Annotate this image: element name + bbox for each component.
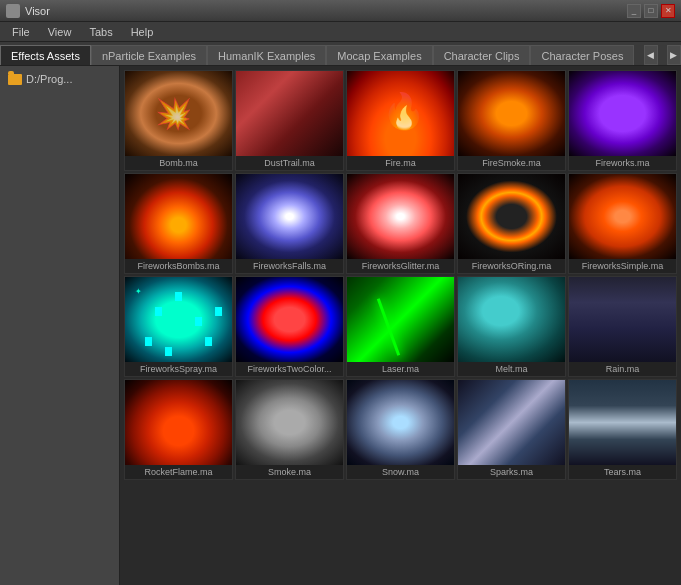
grid-item-smoke[interactable]: Smoke.ma	[235, 379, 344, 480]
grid-item-fire[interactable]: Fire.ma	[346, 70, 455, 171]
thumbnail-fire	[347, 71, 454, 156]
grid-item-tears[interactable]: Tears.ma	[568, 379, 677, 480]
label-fire: Fire.ma	[347, 156, 454, 170]
grid-item-fireworksfalls[interactable]: FireworksFalls.ma	[235, 173, 344, 274]
thumbnail-dusttrail	[236, 71, 343, 156]
thumbnail-tears	[569, 380, 676, 465]
thumbnail-fireworksfalls	[236, 174, 343, 259]
grid-item-sparks[interactable]: Sparks.ma	[457, 379, 566, 480]
thumbnail-smoke	[236, 380, 343, 465]
menu-file[interactable]: File	[4, 24, 38, 40]
grid-item-rocketflame[interactable]: RocketFlame.ma	[124, 379, 233, 480]
window-title: Visor	[25, 5, 50, 17]
minimize-button[interactable]: _	[627, 4, 641, 18]
folder-icon	[8, 74, 22, 85]
thumbnail-fireworkssimple	[569, 174, 676, 259]
main-content: D:/Prog... Bomb.maDustTrail.maFire.maFir…	[0, 66, 681, 585]
thumbnail-rocketflame	[125, 380, 232, 465]
close-button[interactable]: ✕	[661, 4, 675, 18]
thumbnail-rain	[569, 277, 676, 362]
grid-item-fireworksspray[interactable]: FireworksSpray.ma	[124, 276, 233, 377]
label-fireworksbombs: FireworksBombs.ma	[125, 259, 232, 273]
label-snow: Snow.ma	[347, 465, 454, 479]
grid-item-firesmoke[interactable]: FireSmoke.ma	[457, 70, 566, 171]
grid-item-fireworks[interactable]: Fireworks.ma	[568, 70, 677, 171]
label-fireworks: Fireworks.ma	[569, 156, 676, 170]
thumbnail-bomb	[125, 71, 232, 156]
grid-item-laser[interactable]: Laser.ma	[346, 276, 455, 377]
menu-help[interactable]: Help	[123, 24, 162, 40]
title-bar: Visor _ □ ✕	[0, 0, 681, 22]
tab-prev-button[interactable]: ◀	[644, 45, 658, 65]
grid-item-dusttrail[interactable]: DustTrail.ma	[235, 70, 344, 171]
sidebar-folder-item[interactable]: D:/Prog...	[4, 70, 115, 88]
sidebar-item-label: D:/Prog...	[26, 73, 72, 85]
grid-item-melt[interactable]: Melt.ma	[457, 276, 566, 377]
tab-nparticle-examples[interactable]: nParticle Examples	[91, 45, 207, 65]
label-sparks: Sparks.ma	[458, 465, 565, 479]
thumbnail-laser	[347, 277, 454, 362]
tab-next-button[interactable]: ▶	[667, 45, 681, 65]
sidebar: D:/Prog...	[0, 66, 120, 585]
grid-item-fireworksglitter[interactable]: FireworksGlitter.ma	[346, 173, 455, 274]
title-bar-left: Visor	[6, 4, 50, 18]
tab-character-clips[interactable]: Character Clips	[433, 45, 531, 65]
label-fireworksoring: FireworksORing.ma	[458, 259, 565, 273]
menu-view[interactable]: View	[40, 24, 80, 40]
thumbnail-melt	[458, 277, 565, 362]
thumbnail-fireworksoring	[458, 174, 565, 259]
thumbnail-fireworksbombs	[125, 174, 232, 259]
app-icon	[6, 4, 20, 18]
grid-item-fireworksoring[interactable]: FireworksORing.ma	[457, 173, 566, 274]
label-fireworksspray: FireworksSpray.ma	[125, 362, 232, 376]
thumbnail-fireworks	[569, 71, 676, 156]
label-bomb: Bomb.ma	[125, 156, 232, 170]
label-firesmoke: FireSmoke.ma	[458, 156, 565, 170]
label-fireworkstwoclr: FireworksTwoColor...	[236, 362, 343, 376]
thumbnail-fireworkstwoclr	[236, 277, 343, 362]
title-controls: _ □ ✕	[627, 4, 675, 18]
tab-mocap-examples[interactable]: Mocap Examples	[326, 45, 432, 65]
label-dusttrail: DustTrail.ma	[236, 156, 343, 170]
label-laser: Laser.ma	[347, 362, 454, 376]
thumbnail-fireworksspray	[125, 277, 232, 362]
menu-bar: File View Tabs Help	[0, 22, 681, 42]
effects-grid: Bomb.maDustTrail.maFire.maFireSmoke.maFi…	[124, 70, 677, 480]
thumbnail-fireworksglitter	[347, 174, 454, 259]
grid-item-bomb[interactable]: Bomb.ma	[124, 70, 233, 171]
tab-humanik-examples[interactable]: HumanIK Examples	[207, 45, 326, 65]
label-rain: Rain.ma	[569, 362, 676, 376]
label-rocketflame: RocketFlame.ma	[125, 465, 232, 479]
maximize-button[interactable]: □	[644, 4, 658, 18]
label-tears: Tears.ma	[569, 465, 676, 479]
tab-effects-assets[interactable]: Effects Assets	[0, 45, 91, 65]
grid-item-rain[interactable]: Rain.ma	[568, 276, 677, 377]
thumbnail-sparks	[458, 380, 565, 465]
thumbnail-firesmoke	[458, 71, 565, 156]
label-fireworksfalls: FireworksFalls.ma	[236, 259, 343, 273]
grid-area: Bomb.maDustTrail.maFire.maFireSmoke.maFi…	[120, 66, 681, 585]
menu-tabs[interactable]: Tabs	[81, 24, 120, 40]
grid-item-fireworksbombs[interactable]: FireworksBombs.ma	[124, 173, 233, 274]
label-melt: Melt.ma	[458, 362, 565, 376]
thumbnail-snow	[347, 380, 454, 465]
label-smoke: Smoke.ma	[236, 465, 343, 479]
tab-character-poses[interactable]: Character Poses	[530, 45, 634, 65]
label-fireworkssimple: FireworksSimple.ma	[569, 259, 676, 273]
tabs-bar: Effects Assets nParticle Examples HumanI…	[0, 42, 681, 66]
grid-item-fireworkstwoclr[interactable]: FireworksTwoColor...	[235, 276, 344, 377]
grid-item-snow[interactable]: Snow.ma	[346, 379, 455, 480]
grid-item-fireworkssimple[interactable]: FireworksSimple.ma	[568, 173, 677, 274]
label-fireworksglitter: FireworksGlitter.ma	[347, 259, 454, 273]
